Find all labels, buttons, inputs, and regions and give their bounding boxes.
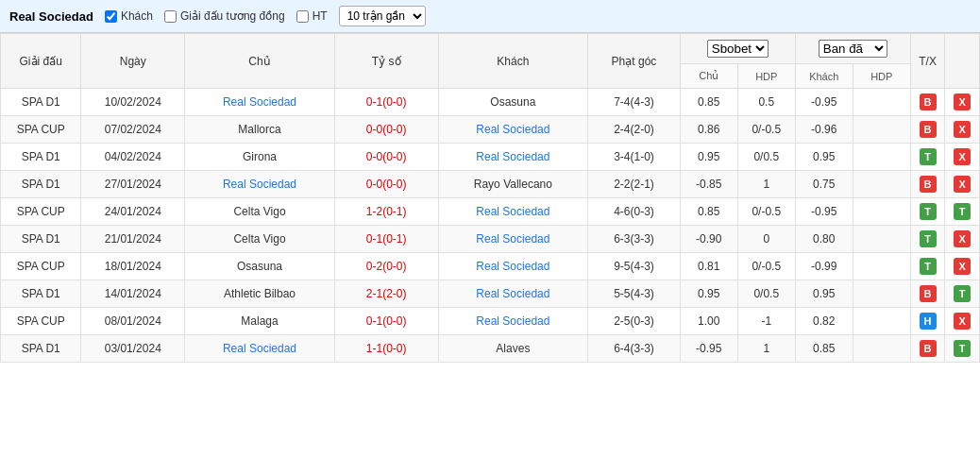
cell-phatgoc: 3-4(1-0) — [588, 144, 681, 171]
cell-khach[interactable]: Real Sociedad — [438, 198, 588, 226]
cell-tx1[interactable]: B — [910, 171, 945, 198]
khach-link[interactable]: Real Sociedad — [476, 150, 549, 163]
cell-chu-val: 0.85 — [680, 89, 737, 116]
cell-khach[interactable]: Real Sociedad — [438, 308, 588, 335]
khach-link[interactable]: Real Sociedad — [476, 123, 549, 136]
score-value: 0-1(0-1) — [366, 232, 407, 246]
cell-hdp: 0/-0.5 — [737, 198, 795, 226]
khach-checkbox-group[interactable]: Khách — [105, 9, 153, 23]
cell-tx1[interactable]: T — [910, 144, 945, 171]
cell-tx2[interactable]: X — [945, 308, 980, 335]
ht-checkbox[interactable] — [296, 10, 309, 23]
cell-tx1[interactable]: B — [910, 89, 945, 116]
cell-khach[interactable]: Real Sociedad — [438, 253, 588, 280]
th-tyso: Tỷ số — [334, 34, 438, 89]
cell-khach[interactable]: Real Sociedad — [438, 226, 588, 253]
cell-tx1[interactable]: H — [910, 308, 945, 335]
cell-chu-val: 0.81 — [680, 253, 737, 280]
th-banda[interactable]: Ban đã Ban đầu — [795, 34, 910, 64]
cell-phatgoc: 7-4(4-3) — [588, 89, 681, 116]
cell-giaidau: SPA CUP — [1, 198, 81, 226]
cell-tx1[interactable]: B — [910, 280, 945, 308]
cell-chu: Celta Vigo — [185, 226, 335, 253]
cell-phatgoc: 2-4(2-0) — [588, 116, 681, 144]
table-row: SPA CUP07/02/2024Mallorca0-0(0-0)Real So… — [1, 116, 980, 144]
cell-khach-val: -0.95 — [795, 89, 853, 116]
cell-chu: Mallorca — [185, 116, 335, 144]
badge-tx2: T — [954, 340, 971, 357]
cell-tx2[interactable]: X — [945, 171, 980, 198]
cell-tyso: 0-1(0-0) — [334, 308, 438, 335]
cell-tyso: 0-0(0-0) — [334, 116, 438, 144]
th-sbobet[interactable]: Sbobet 188Bet Bet365 — [680, 34, 795, 64]
cell-hdp: -1 — [737, 308, 795, 335]
table-row: SPA CUP24/01/2024Celta Vigo1-2(0-1)Real … — [1, 198, 980, 226]
cell-khach: Rayo Vallecano — [438, 171, 588, 198]
cell-khach-val: 0.95 — [795, 144, 853, 171]
badge-tx2: X — [954, 230, 971, 247]
cell-giaidau: SPA D1 — [1, 335, 81, 363]
ht-label: HT — [313, 9, 328, 23]
cell-hdp: 0/-0.5 — [737, 116, 795, 144]
score-value: 1-1(0-0) — [366, 342, 407, 355]
giaidau-checkbox[interactable] — [164, 10, 177, 23]
header-bar: Real Sociedad Khách Giải đấu tương đồng … — [0, 0, 980, 33]
tran-gan-select[interactable]: 10 trận gần 5 trận gần 15 trận gần — [339, 6, 426, 26]
th-ngay: Ngày — [81, 34, 185, 89]
giaidau-checkbox-group[interactable]: Giải đấu tương đồng — [164, 9, 285, 23]
cell-tx1[interactable]: B — [910, 335, 945, 363]
cell-hdp2 — [853, 116, 910, 144]
cell-hdp2 — [853, 280, 910, 308]
cell-tx2[interactable]: X — [945, 226, 980, 253]
cell-khach[interactable]: Real Sociedad — [438, 116, 588, 144]
table-row: SPA D114/01/2024Athletic Bilbao2-1(2-0)R… — [1, 280, 980, 308]
chu-link[interactable]: Real Sociedad — [223, 178, 296, 191]
cell-tx1[interactable]: T — [910, 226, 945, 253]
badge-tx1: B — [920, 93, 937, 110]
table-body: SPA D110/02/2024Real Sociedad0-1(0-0)Osa… — [1, 89, 980, 363]
khach-link[interactable]: Real Sociedad — [476, 314, 549, 328]
table-row: SPA CUP08/01/2024Malaga0-1(0-0)Real Soci… — [1, 308, 980, 335]
table-row: SPA D103/01/2024Real Sociedad1-1(0-0)Ala… — [1, 335, 980, 363]
cell-phatgoc: 5-5(4-3) — [588, 280, 681, 308]
cell-chu-val: -0.90 — [680, 226, 737, 253]
cell-chu[interactable]: Real Sociedad — [185, 171, 335, 198]
cell-tx2[interactable]: X — [945, 89, 980, 116]
khach-link[interactable]: Real Sociedad — [476, 205, 549, 218]
chu-link[interactable]: Real Sociedad — [223, 342, 296, 355]
khach-checkbox[interactable] — [105, 10, 117, 23]
cell-chu[interactable]: Real Sociedad — [185, 89, 335, 116]
cell-khach[interactable]: Real Sociedad — [438, 280, 588, 308]
th-khach: Khách — [438, 34, 588, 89]
khach-link[interactable]: Real Sociedad — [476, 260, 549, 273]
cell-tx2[interactable]: T — [945, 335, 980, 363]
cell-chu[interactable]: Real Sociedad — [185, 335, 335, 363]
cell-tx2[interactable]: T — [945, 280, 980, 308]
cell-hdp: 0.5 — [737, 89, 795, 116]
cell-tx2[interactable]: X — [945, 116, 980, 144]
khach-label: Khách — [121, 9, 153, 23]
cell-giaidau: SPA D1 — [1, 171, 81, 198]
cell-khach[interactable]: Real Sociedad — [438, 144, 588, 171]
score-value: 0-1(0-0) — [366, 314, 407, 328]
banda-select[interactable]: Ban đã Ban đầu — [819, 40, 887, 58]
cell-tx1[interactable]: B — [910, 116, 945, 144]
cell-tx1[interactable]: T — [910, 198, 945, 226]
sbobet-select[interactable]: Sbobet 188Bet Bet365 — [707, 40, 769, 58]
badge-tx1: B — [920, 176, 937, 193]
cell-hdp: 1 — [737, 171, 795, 198]
cell-tx2[interactable]: T — [945, 198, 980, 226]
cell-tx2[interactable]: X — [945, 144, 980, 171]
cell-tx1[interactable]: T — [910, 253, 945, 280]
cell-khach-val: 0.95 — [795, 280, 853, 308]
badge-tx1: T — [920, 148, 937, 165]
cell-tx2[interactable]: X — [945, 253, 980, 280]
cell-tyso: 0-2(0-0) — [334, 253, 438, 280]
khach-link[interactable]: Real Sociedad — [476, 287, 549, 300]
cell-giaidau: SPA D1 — [1, 89, 81, 116]
th-tx2 — [945, 34, 980, 89]
khach-link[interactable]: Real Sociedad — [476, 232, 549, 246]
ht-checkbox-group[interactable]: HT — [296, 9, 328, 23]
th-chu: Chủ — [185, 34, 335, 89]
chu-link[interactable]: Real Sociedad — [223, 95, 296, 109]
